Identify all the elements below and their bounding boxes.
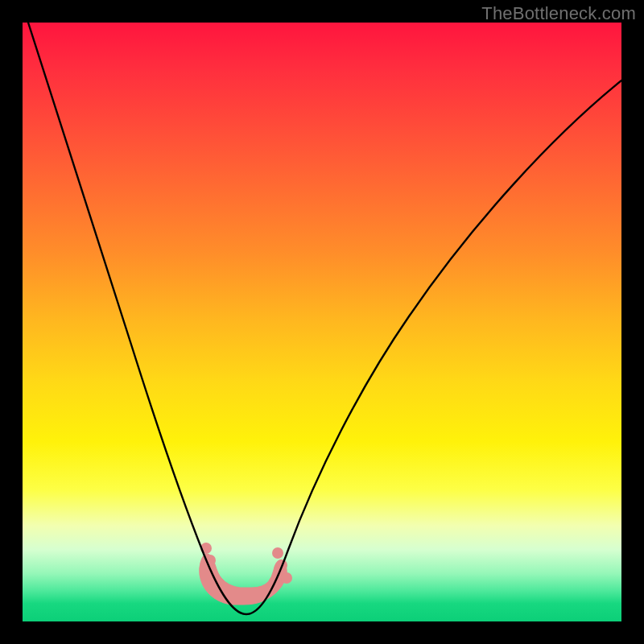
marker-dot: [272, 547, 283, 559]
chart-svg: [23, 23, 621, 621]
plot-area: [23, 23, 621, 621]
marker-dot: [281, 572, 292, 584]
bottleneck-curve: [28, 23, 621, 614]
watermark-text: TheBottleneck.com: [481, 3, 636, 24]
chart-frame: TheBottleneck.com: [0, 0, 644, 644]
